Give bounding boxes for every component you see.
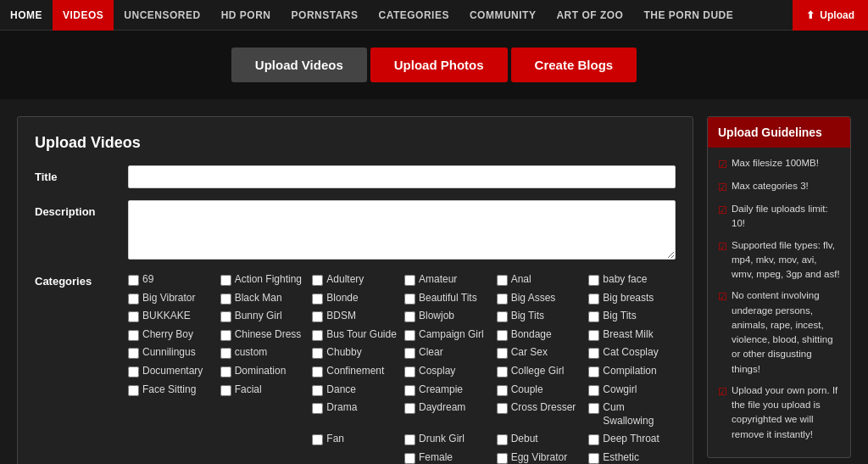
nav-item-theporndude[interactable]: THE PORN DUDE (633, 0, 743, 31)
category-item[interactable]: Cross Dresser (497, 400, 584, 429)
category-checkbox[interactable] (220, 275, 231, 286)
category-checkbox[interactable] (220, 348, 231, 359)
title-input[interactable] (128, 165, 676, 188)
category-item[interactable]: Adultery (312, 271, 399, 288)
category-checkbox[interactable] (497, 403, 508, 414)
category-checkbox[interactable] (312, 275, 323, 286)
category-item[interactable]: Cowgirl (588, 382, 676, 399)
category-item[interactable]: BDSM (312, 308, 399, 325)
category-checkbox[interactable] (404, 385, 415, 396)
category-item[interactable]: Clear (404, 344, 492, 361)
category-item[interactable]: Cat Cosplay (588, 344, 676, 361)
category-checkbox[interactable] (220, 385, 231, 396)
category-item[interactable]: Big Asses (497, 290, 584, 307)
category-checkbox[interactable] (312, 311, 323, 322)
category-item[interactable]: Confinement (312, 363, 399, 380)
category-item[interactable]: Black Man (220, 290, 308, 307)
category-checkbox[interactable] (404, 366, 415, 377)
nav-item-community[interactable]: COMMUNITY (459, 0, 547, 31)
category-item[interactable]: custom (220, 344, 308, 361)
category-item[interactable]: Creampie (404, 382, 492, 399)
category-checkbox[interactable] (588, 348, 599, 359)
category-checkbox[interactable] (312, 348, 323, 359)
category-item[interactable]: Bus Tour Guide (312, 327, 399, 344)
category-item[interactable]: Bunny Girl (220, 308, 308, 325)
category-checkbox[interactable] (128, 366, 139, 377)
category-item[interactable]: Big Tits (497, 308, 584, 325)
category-checkbox[interactable] (588, 434, 599, 445)
category-item[interactable]: Domination (220, 363, 308, 380)
category-checkbox[interactable] (497, 293, 508, 305)
category-checkbox[interactable] (497, 434, 508, 445)
category-checkbox[interactable] (128, 348, 139, 359)
category-checkbox[interactable] (128, 330, 139, 341)
category-item[interactable]: Blowjob (404, 308, 492, 325)
nav-item-categories[interactable]: CATEGORIES (369, 0, 459, 31)
category-checkbox[interactable] (588, 293, 599, 305)
category-checkbox[interactable] (404, 293, 415, 305)
category-checkbox[interactable] (128, 293, 139, 305)
category-checkbox[interactable] (404, 330, 415, 341)
category-checkbox[interactable] (588, 385, 599, 396)
category-item[interactable]: Campaign Girl (404, 327, 492, 344)
nav-item-pornstars[interactable]: PORNSTARS (281, 0, 369, 31)
nav-upload-button[interactable]: ⬆ Upload (793, 0, 868, 31)
category-item[interactable]: baby face (588, 271, 676, 288)
category-checkbox[interactable] (312, 366, 323, 377)
tab-upload-photos[interactable]: Upload Photos (370, 48, 508, 82)
category-checkbox[interactable] (404, 403, 415, 414)
category-item[interactable]: Chubby (312, 344, 399, 361)
category-checkbox[interactable] (312, 434, 323, 445)
category-checkbox[interactable] (497, 311, 508, 322)
category-checkbox[interactable] (588, 366, 599, 377)
category-item[interactable]: Cunnilingus (128, 344, 215, 361)
nav-item-home[interactable]: HOME (0, 0, 53, 31)
category-checkbox[interactable] (220, 366, 231, 377)
category-item[interactable]: 69 (128, 271, 215, 288)
category-checkbox[interactable] (220, 293, 231, 305)
category-item[interactable]: College Girl (497, 363, 584, 380)
nav-item-uncensored[interactable]: UNCENSORED (114, 0, 210, 31)
category-item[interactable]: Documentary (128, 363, 215, 380)
nav-item-hdporn[interactable]: HD PORN (211, 0, 281, 31)
category-item[interactable]: Big breasts (588, 290, 676, 307)
category-checkbox[interactable] (404, 275, 415, 286)
category-checkbox[interactable] (497, 366, 508, 377)
category-checkbox[interactable] (588, 403, 599, 414)
category-checkbox[interactable] (497, 330, 508, 341)
category-checkbox[interactable] (220, 311, 231, 322)
category-item[interactable]: Amateur (404, 271, 492, 288)
category-checkbox[interactable] (588, 453, 599, 464)
tab-create-blogs[interactable]: Create Blogs (511, 48, 637, 82)
category-item[interactable]: Bondage (497, 327, 584, 344)
category-checkbox[interactable] (404, 311, 415, 322)
category-checkbox[interactable] (312, 293, 323, 305)
category-item[interactable]: Cosplay (404, 363, 492, 380)
nav-item-artofzoo[interactable]: ART OF ZOO (546, 0, 633, 31)
category-item[interactable]: Couple (497, 382, 584, 399)
category-checkbox[interactable] (588, 311, 599, 322)
category-checkbox[interactable] (497, 348, 508, 359)
category-checkbox[interactable] (497, 453, 508, 464)
nav-item-videos[interactable]: VIDEOS (53, 0, 114, 31)
category-item[interactable]: Debut (497, 431, 584, 448)
category-checkbox[interactable] (497, 385, 508, 396)
category-checkbox[interactable] (312, 403, 323, 414)
category-checkbox[interactable] (404, 453, 415, 464)
category-item[interactable]: Face Sitting (128, 382, 215, 399)
category-checkbox[interactable] (312, 330, 323, 341)
category-item[interactable]: Compilation (588, 363, 676, 380)
category-item[interactable]: Action Fighting (220, 271, 308, 288)
category-checkbox[interactable] (128, 311, 139, 322)
category-checkbox[interactable] (404, 434, 415, 445)
category-checkbox[interactable] (220, 330, 231, 341)
category-item[interactable]: Daydream (404, 400, 492, 429)
category-item[interactable]: Big Tits (588, 308, 676, 325)
category-checkbox[interactable] (497, 275, 508, 286)
category-item[interactable]: Car Sex (497, 344, 584, 361)
category-item[interactable]: Anal (497, 271, 584, 288)
category-item[interactable]: Deep Throat (588, 431, 676, 448)
category-item[interactable]: Female (404, 450, 492, 464)
description-input[interactable] (128, 200, 676, 260)
category-item[interactable]: Big Vibrator (128, 290, 215, 307)
